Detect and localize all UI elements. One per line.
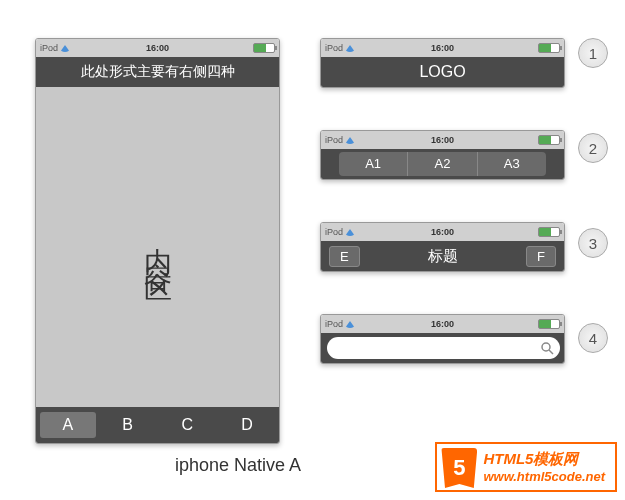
tab-c[interactable]: C bbox=[160, 412, 216, 438]
left-button[interactable]: E bbox=[329, 246, 360, 267]
main-header-text: 此处形式主要有右侧四种 bbox=[81, 63, 235, 81]
tab-a[interactable]: A bbox=[40, 412, 96, 438]
watermark-title: HTML5模板网 bbox=[483, 450, 605, 469]
wifi-icon bbox=[345, 45, 355, 52]
badge-1: 1 bbox=[578, 38, 608, 68]
status-bar: iPod 16:00 bbox=[321, 131, 564, 149]
segment-a2[interactable]: A2 bbox=[408, 152, 477, 176]
clock: 16:00 bbox=[146, 43, 169, 53]
badge-2: 2 bbox=[578, 133, 608, 163]
battery-icon bbox=[253, 43, 275, 53]
logo-text: LOGO bbox=[419, 63, 465, 81]
title-header: E 标题 F bbox=[321, 241, 564, 271]
wifi-icon bbox=[345, 321, 355, 328]
variant-4-search: iPod 16:00 bbox=[320, 314, 565, 364]
search-header bbox=[321, 333, 564, 363]
status-bar: iPod 16:00 bbox=[321, 315, 564, 333]
carrier-label: iPod bbox=[40, 43, 70, 53]
battery-icon bbox=[538, 227, 560, 237]
tab-d[interactable]: D bbox=[219, 412, 275, 438]
caption: iphone Native A bbox=[175, 455, 301, 476]
battery-icon bbox=[538, 319, 560, 329]
title-text: 标题 bbox=[428, 247, 458, 266]
status-bar: iPod 16:00 bbox=[321, 39, 564, 57]
right-button[interactable]: F bbox=[526, 246, 556, 267]
segment-header: A1 A2 A3 bbox=[321, 149, 564, 179]
search-input[interactable] bbox=[327, 337, 560, 359]
status-bar: iPod 16:00 bbox=[321, 223, 564, 241]
wifi-icon bbox=[60, 45, 70, 52]
content-label: 内容区 bbox=[127, 226, 189, 268]
segment-a1[interactable]: A1 bbox=[339, 152, 408, 176]
battery-icon bbox=[538, 135, 560, 145]
main-phone-mockup: iPod 16:00 此处形式主要有右侧四种 内容区 A B C D bbox=[35, 38, 280, 444]
svg-line-1 bbox=[549, 350, 553, 354]
html5-logo-icon: 5 bbox=[441, 448, 477, 488]
battery-icon bbox=[538, 43, 560, 53]
tab-bar: A B C D bbox=[36, 407, 279, 443]
tab-b[interactable]: B bbox=[100, 412, 156, 438]
badge-3: 3 bbox=[578, 228, 608, 258]
content-area: 内容区 bbox=[36, 87, 279, 407]
logo-header: LOGO bbox=[321, 57, 564, 87]
segment-control[interactable]: A1 A2 A3 bbox=[339, 152, 546, 176]
wifi-icon bbox=[345, 137, 355, 144]
variant-3-title: iPod 16:00 E 标题 F bbox=[320, 222, 565, 272]
search-icon[interactable] bbox=[536, 337, 558, 359]
variant-1-logo: iPod 16:00 LOGO bbox=[320, 38, 565, 88]
status-bar: iPod 16:00 bbox=[36, 39, 279, 57]
watermark: 5 HTML5模板网 www.html5code.net bbox=[435, 442, 617, 492]
main-header: 此处形式主要有右侧四种 bbox=[36, 57, 279, 87]
badge-4: 4 bbox=[578, 323, 608, 353]
wifi-icon bbox=[345, 229, 355, 236]
variant-2-segments: iPod 16:00 A1 A2 A3 bbox=[320, 130, 565, 180]
segment-a3[interactable]: A3 bbox=[478, 152, 546, 176]
svg-point-0 bbox=[542, 343, 550, 351]
watermark-url: www.html5code.net bbox=[483, 469, 605, 484]
